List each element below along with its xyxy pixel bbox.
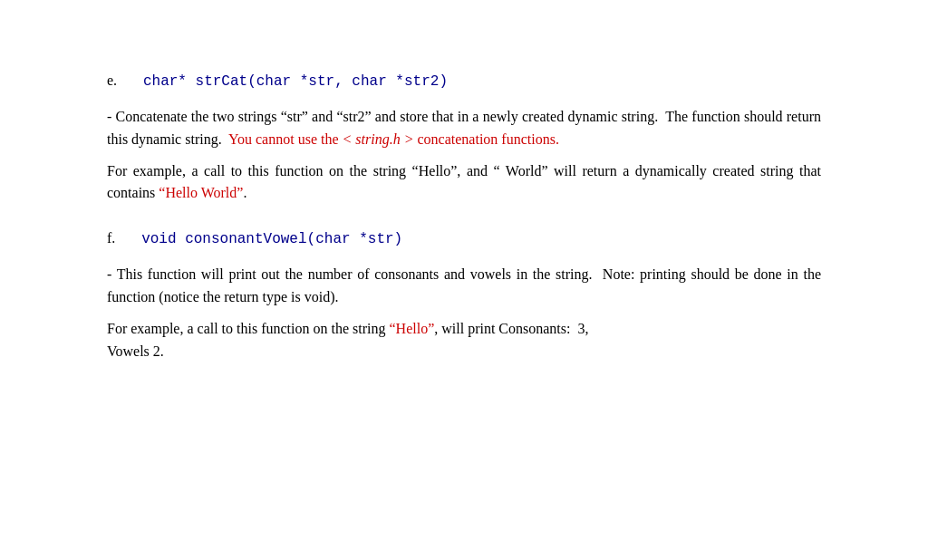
section-f-example-hello: “Hello”: [390, 321, 435, 336]
function-header-f: f. void consonantVowel(char *str): [107, 230, 821, 247]
function-header-e: e. char* strCat(char *str, char *str2): [107, 72, 821, 90]
section-e-red-italic: < string.h >: [343, 131, 414, 147]
section-e-red-text: You cannot use the < string.h > concaten…: [228, 131, 559, 147]
section-f-label: f.: [107, 230, 115, 246]
section-f-example: For example, a call to this function on …: [107, 318, 821, 363]
section-e-example-value: “Hello World”: [159, 185, 243, 200]
page-content: e. char* strCat(char *str, char *str2) -…: [0, 0, 928, 442]
section-e-example: For example, a call to this function on …: [107, 160, 821, 206]
section-e: e. char* strCat(char *str, char *str2) -…: [107, 72, 821, 205]
section-f: f. void consonantVowel(char *str) - This…: [107, 230, 821, 362]
section-e-label: e.: [107, 72, 117, 88]
section-f-code: void consonantVowel(char *str): [141, 231, 402, 247]
section-e-code: char* strCat(char *str, char *str2): [143, 73, 448, 90]
section-e-description: - Concatenate the two strings “str” and …: [107, 106, 821, 151]
section-f-description: - This function will print out the numbe…: [107, 264, 821, 309]
